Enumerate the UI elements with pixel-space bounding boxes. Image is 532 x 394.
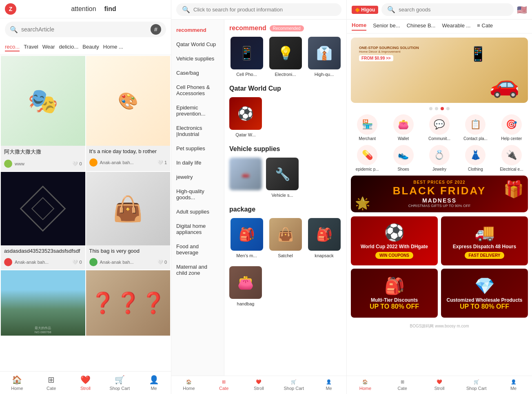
sidebar-item-pet[interactable]: Pet supplies: [171, 141, 224, 156]
nav-item-chinese[interactable]: Chinese B...: [407, 22, 436, 30]
like-count: 🤍 0: [157, 260, 167, 265]
left-search-bar[interactable]: 🔍 #: [5, 22, 166, 37]
icon-jewelry[interactable]: 💍 Jewelry: [423, 145, 456, 171]
mid-item-highquality[interactable]: 👔 High-qu...: [307, 37, 341, 77]
right-search-bar[interactable]: 🔍: [381, 3, 514, 16]
cat-home[interactable]: Home ...: [103, 44, 123, 51]
footer-me[interactable]: 👤 Me: [137, 372, 171, 394]
list-item[interactable]: asdasdasd43523523sadsfsdfsdf Anak-anak b…: [1, 172, 85, 269]
middle-search-bar[interactable]: 🔍: [176, 3, 341, 16]
promo-card-wholesale[interactable]: 💎 Customized Wholesale Products UP TO 80…: [441, 269, 528, 318]
footer-stroll-mid[interactable]: ❤️ Stroll: [242, 376, 277, 394]
footer-shop-cart-mid[interactable]: 🛒 Shop Cart: [276, 376, 311, 394]
sidebar-item-digital[interactable]: Digital home appliances: [171, 219, 224, 239]
mid-item-qatar[interactable]: ⚽ Qatar W...: [229, 97, 262, 137]
mid-item-phones[interactable]: 📱 Cell Pho...: [229, 37, 264, 77]
icon-contact[interactable]: 📋 Contact pla...: [459, 114, 492, 141]
nav-attention[interactable]: attention: [71, 5, 96, 13]
footer-cate[interactable]: ⊞ Cate: [34, 372, 69, 394]
mid-item-handbag[interactable]: 👛 handbag: [229, 266, 262, 306]
mid-item-vehicle2[interactable]: 🔧 Vehicle s...: [266, 158, 299, 198]
footer-me-right[interactable]: 👤 Me: [495, 376, 532, 394]
footer-home[interactable]: 🏠 Home: [0, 372, 34, 394]
sidebar-item-food[interactable]: Food and beverage: [171, 239, 224, 260]
mid-item-mensm[interactable]: 🎒 Men's m...: [229, 218, 264, 258]
clothing-icon: 👗: [465, 145, 485, 165]
footer-home-label: Home: [11, 386, 23, 391]
list-item[interactable]: 最大的作品NO.086768: [1, 270, 85, 336]
promo-card-worldcup[interactable]: ⚽ World Cup 2022 With DHgate WIN COUPONS: [351, 216, 438, 265]
nav-item-cate[interactable]: ≡ Cate: [477, 22, 493, 30]
like-count: 🤍 0: [72, 260, 82, 265]
footer-shop-cart[interactable]: 🛒 Shop Cart: [102, 372, 137, 394]
footer-me-mid[interactable]: 👤 Me: [311, 376, 346, 394]
nav-item-senior[interactable]: Senior be...: [373, 22, 400, 30]
promo-card-multitier[interactable]: 🎒 Multi-Tier Discounts UP TO 80% OFF: [351, 269, 438, 318]
mid-item-vehicle1[interactable]: 🚗: [229, 158, 262, 198]
black-friday-banner[interactable]: BEST PRICES OF 2022 BLACK FRIDAY MADNESS…: [351, 176, 528, 212]
footer-stroll[interactable]: ❤️ Stroll: [69, 372, 103, 394]
list-item[interactable]: 🎭 阿大撒大撒大撒 www 🤍 0: [1, 56, 85, 171]
contact-icon: 📋: [465, 114, 485, 135]
sidebar-item-daily[interactable]: In daily life: [171, 156, 224, 170]
post-image: ❓❓❓: [86, 270, 171, 336]
sidebar-item-casebag[interactable]: Case/bag: [171, 66, 224, 80]
cat-beauty[interactable]: Beauty: [82, 44, 99, 51]
sidebar-item-jewelry[interactable]: jewelry: [171, 170, 224, 184]
sidebar-item-recommend[interactable]: recommend: [171, 23, 224, 37]
search-icon-mid: 🔍: [182, 6, 190, 13]
right-search-input[interactable]: [399, 7, 508, 13]
hash-icon[interactable]: #: [151, 24, 161, 35]
sidebar-item-highquality[interactable]: High-quality goods...: [171, 184, 224, 205]
icon-electrical[interactable]: 🔌 Electrical e...: [495, 145, 528, 171]
icon-epidemic[interactable]: 💊 epidemic p...: [351, 145, 383, 171]
icon-help[interactable]: 🎯 Help center: [495, 114, 528, 141]
bf-subtitle: BEST PRICES OF 2022: [393, 180, 486, 185]
promo-card-express[interactable]: 🚚 Express Dispatch 48 Hours FAST DELIVER…: [441, 216, 528, 265]
promo-btn-worldcup[interactable]: WIN COUPONS: [375, 252, 413, 259]
icon-merchant[interactable]: 🏪 Merchant: [351, 114, 383, 141]
sidebar-item-adult[interactable]: Adult supplies: [171, 205, 224, 219]
list-item[interactable]: 🎨 It's a nice day today, b rother Anak-a…: [86, 56, 171, 171]
icon-community[interactable]: 💬 Communit...: [423, 114, 456, 141]
icon-wallet[interactable]: 👛 Wallet: [387, 114, 419, 141]
cat-wear[interactable]: Wear: [42, 44, 55, 51]
sidebar-item-cellphones[interactable]: Cell Phones & Accessories: [171, 80, 224, 100]
nav-find[interactable]: find: [104, 5, 116, 13]
author-name: www: [15, 161, 70, 166]
cat-delicio[interactable]: delicio...: [59, 44, 79, 51]
nav-item-wearable[interactable]: Wearable ...: [442, 22, 470, 30]
icon-shoes[interactable]: 👟 Shoes: [387, 145, 419, 171]
footer-cate-right[interactable]: ⊞ Cate: [384, 376, 421, 394]
sidebar-item-electronics[interactable]: Electronics |Industrial: [171, 121, 224, 141]
watermark: BOGS源码网 www.boosy m.com: [351, 322, 528, 331]
mid-item-electronics[interactable]: 💡 Electroni...: [268, 37, 303, 77]
higou-logo: 🔶 Higou: [352, 6, 378, 14]
cat-travel[interactable]: Travel: [24, 44, 38, 51]
product-image: 🔧: [266, 158, 299, 190]
icon-clothing[interactable]: 👗 Clothing: [459, 145, 492, 171]
middle-search-input[interactable]: [193, 7, 336, 13]
footer-home-right[interactable]: 🏠 Home: [347, 376, 384, 394]
mid-item-knapsack[interactable]: 🎒 knapsack: [307, 218, 341, 258]
sidebar-item-maternal[interactable]: Maternal and child zone: [171, 260, 224, 280]
sidebar-item-qatar[interactable]: Qatar World Cup: [171, 37, 224, 51]
footer-label: Shop Cart: [466, 386, 487, 391]
footer-stroll-right[interactable]: ❤️ Stroll: [421, 376, 458, 394]
cat-reco[interactable]: reco...: [5, 44, 20, 51]
product-image: 👔: [308, 37, 341, 69]
main-banner[interactable]: ONE-STOP SOURCING SOLUTION Home Décor & …: [351, 38, 528, 103]
sidebar-item-vehicle[interactable]: Vehicle supplies: [171, 51, 224, 66]
nav-item-home[interactable]: Home: [352, 22, 366, 31]
promo-btn-express[interactable]: FAST DELIVERY: [465, 252, 505, 259]
footer-home-mid[interactable]: 🏠 Home: [171, 376, 206, 394]
list-item[interactable]: 👜 This bag is very good Anak-anak bah...…: [86, 172, 171, 269]
search-input-left[interactable]: [21, 26, 147, 33]
sidebar-item-epidemic[interactable]: Epidemic prevention...: [171, 100, 224, 121]
footer-label: Home: [183, 386, 195, 391]
footer-cate-mid[interactable]: ⊞ Cate: [206, 376, 242, 394]
mid-item-satchel[interactable]: 👜 Satchel: [268, 218, 303, 258]
promo-cards-grid: ⚽ World Cup 2022 With DHgate WIN COUPONS…: [351, 216, 528, 318]
list-item[interactable]: ❓❓❓: [86, 270, 171, 336]
footer-shop-cart-right[interactable]: 🛒 Shop Cart: [458, 376, 495, 394]
